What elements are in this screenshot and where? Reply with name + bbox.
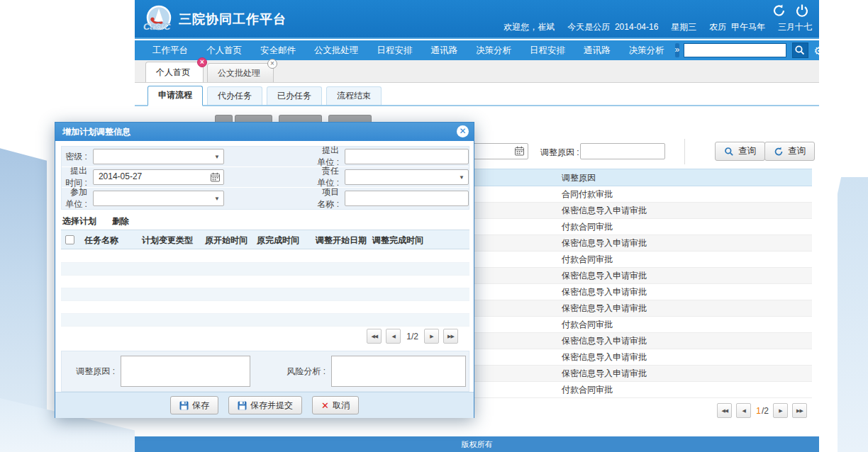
- welcome-text: 欢迎您，崔斌: [503, 21, 555, 33]
- workspace-tabbar: 个人首页 × 公文批处理 ×: [135, 60, 819, 83]
- adjust-reason-textarea[interactable]: [121, 356, 250, 387]
- join-unit-label: 参加单位 :: [62, 186, 87, 210]
- adjust-reason-cell: 付款合同审批: [562, 382, 812, 397]
- nav-more-chevron-icon[interactable]: »: [675, 43, 680, 57]
- process-tab[interactable]: 代办任务: [207, 86, 262, 105]
- search-button[interactable]: [792, 43, 808, 58]
- plan-column-header: 调整完成时间: [372, 235, 423, 247]
- plan-column-header: 任务名称: [84, 235, 118, 247]
- process-tab-label: 已办任务: [277, 91, 311, 101]
- plan-column-header: 调整开始日期: [316, 235, 367, 247]
- empty-row: [61, 301, 469, 314]
- process-tab-label: 申请流程: [158, 90, 192, 100]
- project-name-label: 项目名称 :: [315, 186, 339, 210]
- nav-item[interactable]: 通讯路: [422, 40, 467, 60]
- adjust-reason-cell: 付款合同审批: [562, 252, 812, 267]
- next-page-button[interactable]: ▶: [424, 329, 439, 344]
- column-header-adjust-reason: 调整原因: [562, 173, 596, 183]
- table-pagination: ◀◀ ◀ 1/2 ▶ ▶▶: [717, 403, 807, 418]
- nav-item[interactable]: 日程安排: [521, 40, 574, 60]
- save-and-submit-button[interactable]: 保存并提交: [228, 396, 302, 414]
- nav-item[interactable]: 决策分析: [620, 40, 674, 60]
- adjust-reason-cell: 保密信息导入申请审批: [562, 349, 812, 365]
- calendar-icon[interactable]: [514, 146, 525, 157]
- process-tab[interactable]: 申请流程: [148, 86, 203, 106]
- adjust-reason-cell: 保密信息导入申请审批: [562, 235, 812, 251]
- workspace-tab[interactable]: 公文批处理 ×: [207, 63, 274, 82]
- floppy-disk-icon: [238, 401, 247, 410]
- last-page-button[interactable]: ▶▶: [792, 403, 807, 418]
- adjust-reason-cell: 保密信息导入申请审批: [562, 300, 812, 316]
- page-title: 三院协同工作平台: [179, 11, 286, 28]
- dialog-close-icon[interactable]: ✕: [457, 125, 469, 137]
- welcome-text: 今天是公历 2014-04-16: [567, 21, 658, 33]
- prev-page-button[interactable]: ◀: [386, 329, 401, 344]
- footer-bar: 版权所有: [135, 436, 819, 452]
- page-indicator: 1/2: [755, 406, 769, 416]
- query-button[interactable]: 查询: [715, 142, 765, 161]
- filter-reason-label: 调整原因 :: [540, 147, 579, 159]
- delete-button[interactable]: 删除: [112, 215, 129, 227]
- adjust-reason-cell: 保密信息导入申请审批: [562, 203, 812, 218]
- select-all-checkbox[interactable]: [65, 235, 74, 244]
- current-page: 1: [755, 406, 762, 416]
- plan-column-header: 计划变更类型: [142, 235, 193, 247]
- cancel-button[interactable]: ✕ 取消: [312, 396, 359, 414]
- nav-item[interactable]: 通讯路: [574, 40, 620, 60]
- welcome-text: 星期三: [671, 21, 696, 33]
- tab-close-icon[interactable]: ×: [267, 59, 277, 69]
- secrecy-select[interactable]: ▼: [93, 149, 224, 164]
- settings-button[interactable]: ⚙ 设置: [814, 38, 838, 62]
- plan-table-pagination: ◀◀ ◀ 1/2 ▶ ▶▶: [367, 329, 458, 344]
- plan-column-header: 原完成时间: [257, 235, 299, 247]
- nav-item[interactable]: 安全邮件: [251, 40, 305, 60]
- tab-label: 个人首页: [156, 67, 190, 77]
- risk-analysis-textarea[interactable]: [331, 356, 466, 387]
- tab-label: 公文批处理: [218, 68, 260, 78]
- first-page-button[interactable]: ◀◀: [367, 329, 382, 344]
- process-tab[interactable]: 流程结束: [326, 86, 382, 105]
- nav-item[interactable]: 日程安排: [368, 40, 422, 60]
- cancel-x-icon: ✕: [321, 400, 329, 411]
- project-name-input[interactable]: [345, 191, 469, 206]
- workspace-tab[interactable]: 个人首页 ×: [145, 62, 204, 82]
- dialog-form: 密级 : ▼ 提出单位 : 提出时间 : 2014-05-27: [61, 146, 469, 210]
- nav-item[interactable]: 公文批处理: [305, 40, 368, 60]
- empty-row: [61, 263, 469, 276]
- join-unit-select[interactable]: ▼: [93, 191, 224, 206]
- casic-logo-icon: CaSIC: [142, 4, 174, 34]
- reset-button-label: 查询: [788, 145, 806, 157]
- filter-reason-input[interactable]: [580, 143, 665, 159]
- nav-item[interactable]: 工作平台: [143, 40, 197, 60]
- process-tab-label: 流程结束: [337, 91, 371, 101]
- adjust-reason-cell: 保密信息导入申请审批: [562, 268, 812, 283]
- nav-item[interactable]: 决策分析: [467, 40, 521, 60]
- add-plan-adjust-dialog: 增加计划调整信息 ✕ 密级 : ▼ 提出单位 : 提出时间 : 2014-05-…: [55, 122, 474, 418]
- process-tab[interactable]: 已办任务: [267, 86, 322, 105]
- power-icon[interactable]: [795, 4, 809, 18]
- first-page-button[interactable]: ◀◀: [717, 403, 732, 418]
- screen: CaSIC 三院协同工作平台: [0, 0, 868, 452]
- calendar-icon[interactable]: [210, 172, 221, 183]
- welcome-text: 三月十七: [778, 21, 812, 33]
- select-plan-button[interactable]: 选择计划: [62, 215, 96, 227]
- refresh-icon[interactable]: [772, 4, 786, 18]
- propose-unit-input[interactable]: [345, 149, 469, 164]
- divider: [684, 139, 685, 164]
- query-button-label: 查询: [738, 145, 756, 157]
- secrecy-label: 密级 :: [62, 151, 87, 163]
- responsible-unit-select[interactable]: ▼: [345, 169, 469, 185]
- last-page-button[interactable]: ▶▶: [443, 329, 458, 344]
- adjust-reason-cell: 保密信息导入申请审批: [562, 366, 812, 381]
- reset-query-button[interactable]: 查询: [764, 142, 815, 161]
- empty-row: [61, 250, 469, 263]
- nav-item[interactable]: 个人首页: [197, 40, 251, 60]
- propose-time-date-input[interactable]: 2014-05-27: [93, 169, 224, 185]
- search-input[interactable]: [684, 43, 786, 57]
- prev-page-button[interactable]: ◀: [736, 403, 751, 418]
- dialog-title: 增加计划调整信息: [62, 127, 130, 137]
- tab-close-icon[interactable]: ×: [197, 57, 207, 67]
- save-button[interactable]: 保存: [170, 396, 218, 414]
- gear-icon: ⚙: [814, 45, 823, 56]
- next-page-button[interactable]: ▶: [773, 403, 788, 418]
